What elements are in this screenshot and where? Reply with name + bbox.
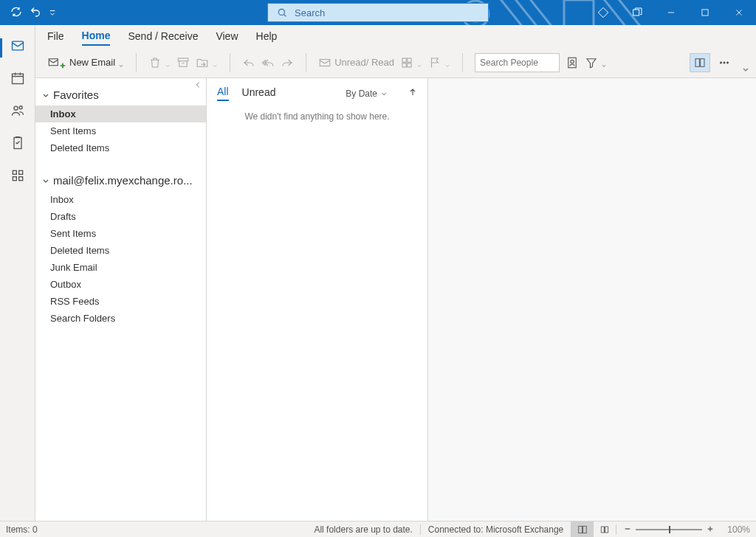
- status-view-buttons: [571, 522, 616, 538]
- svg-rect-12: [18, 170, 22, 174]
- ribbon: New Email Unread/ Rea: [0, 47, 756, 78]
- tab-send-receive[interactable]: Send / Receive: [128, 27, 198, 45]
- favorites-header[interactable]: Favorites: [35, 84, 206, 105]
- svg-rect-11: [13, 170, 16, 174]
- title-bar: [0, 0, 756, 25]
- filter-unread-tab[interactable]: Unread: [242, 86, 276, 100]
- folder-drafts[interactable]: Drafts: [35, 208, 206, 225]
- minimize-button[interactable]: [654, 0, 688, 25]
- status-sync: All folders are up to date.: [38, 524, 420, 535]
- folder-outbox[interactable]: Outbox: [35, 276, 206, 293]
- filter-button[interactable]: [585, 56, 607, 69]
- tab-file[interactable]: File: [47, 27, 64, 45]
- svg-point-27: [720, 61, 721, 63]
- svg-rect-30: [579, 526, 583, 533]
- svg-point-9: [19, 106, 22, 109]
- sort-by-button[interactable]: By Date: [346, 89, 388, 99]
- svg-point-28: [724, 61, 725, 63]
- layout-toggle: [690, 53, 710, 72]
- address-book-button[interactable]: [566, 56, 579, 69]
- view-normal-button[interactable]: [571, 522, 594, 538]
- sync-icon[interactable]: [10, 6, 22, 20]
- svg-rect-25: [695, 58, 699, 66]
- svg-rect-13: [13, 177, 16, 181]
- svg-rect-26: [701, 58, 704, 66]
- folder-search-folders[interactable]: Search Folders: [35, 310, 206, 327]
- maximize-button[interactable]: [688, 0, 722, 25]
- menu-tabs: File Home Send / Receive View Help: [0, 25, 756, 47]
- folder-inbox[interactable]: Inbox: [35, 191, 206, 208]
- reading-pane: [428, 78, 756, 521]
- chevron-down-icon[interactable]: [118, 60, 124, 66]
- folder-rss-feeds[interactable]: RSS Feeds: [35, 293, 206, 310]
- folder-sent-items[interactable]: Sent Items: [35, 225, 206, 242]
- svg-rect-4: [633, 10, 639, 15]
- undo-icon[interactable]: [30, 6, 41, 20]
- svg-rect-6: [12, 41, 23, 50]
- account-header[interactable]: mail@felix.myexchange.ro...: [35, 170, 206, 191]
- zoom-slider[interactable]: [636, 529, 702, 530]
- nav-people[interactable]: [0, 103, 35, 118]
- svg-rect-18: [320, 59, 330, 66]
- nav-more[interactable]: [0, 168, 35, 183]
- sort-by-label: By Date: [346, 89, 377, 99]
- tab-help[interactable]: Help: [256, 27, 278, 45]
- zoom-in-button[interactable]: [707, 524, 714, 535]
- svg-rect-20: [408, 58, 411, 62]
- nav-tasks[interactable]: [0, 136, 35, 150]
- svg-rect-14: [18, 177, 22, 181]
- folder-deleted-items[interactable]: Deleted Items: [35, 242, 206, 259]
- coming-soon-icon[interactable]: [586, 0, 620, 25]
- archive-button[interactable]: [176, 56, 190, 69]
- reply-all-button[interactable]: [261, 56, 275, 69]
- collapse-ribbon-icon[interactable]: [741, 65, 750, 76]
- status-item-count: Items: 0: [0, 524, 38, 535]
- nav-mail[interactable]: [0, 38, 35, 53]
- tab-home[interactable]: Home: [82, 27, 111, 46]
- status-connection: Connected to: Microsoft Exchange: [420, 524, 571, 535]
- folder-favorites-inbox[interactable]: Inbox: [35, 105, 206, 122]
- more-commands-button[interactable]: [718, 56, 731, 69]
- flag-button[interactable]: [428, 56, 450, 69]
- zoom-out-button[interactable]: [624, 524, 631, 535]
- svg-point-3: [278, 9, 284, 15]
- categorize-button[interactable]: [400, 56, 422, 69]
- search-icon: [277, 7, 287, 18]
- chevron-down-icon: [41, 91, 50, 100]
- view-reading-button[interactable]: [594, 522, 616, 538]
- svg-rect-19: [402, 58, 406, 62]
- nav-calendar[interactable]: [0, 71, 35, 86]
- svg-rect-31: [583, 526, 587, 533]
- close-button[interactable]: [722, 0, 756, 25]
- reply-button[interactable]: [242, 56, 255, 69]
- svg-point-24: [571, 60, 574, 63]
- forward-button[interactable]: [281, 56, 294, 69]
- folder-favorites-deleted[interactable]: Deleted Items: [35, 139, 206, 156]
- search-box[interactable]: [267, 3, 489, 22]
- favorites-label: Favorites: [53, 89, 99, 101]
- new-email-button[interactable]: New Email: [47, 56, 124, 69]
- svg-rect-23: [568, 58, 577, 68]
- search-input[interactable]: [293, 7, 488, 19]
- filter-all-tab[interactable]: All: [217, 86, 229, 101]
- new-email-label: New Email: [69, 57, 115, 68]
- search-people-input[interactable]: [475, 53, 560, 72]
- folder-pane: Favorites Inbox Sent Items Deleted Items…: [35, 78, 207, 521]
- svg-rect-22: [408, 63, 411, 66]
- account-label: mail@felix.myexchange.ro...: [53, 174, 193, 187]
- zoom-percent[interactable]: 100%: [721, 524, 756, 535]
- svg-point-8: [14, 106, 18, 110]
- zoom-control: [616, 524, 721, 535]
- sort-direction-button[interactable]: [408, 88, 417, 99]
- unread-read-button[interactable]: Unread/ Read: [318, 56, 394, 69]
- folder-favorites-sent[interactable]: Sent Items: [35, 122, 206, 139]
- chevron-down-icon: [41, 176, 50, 185]
- folder-junk-email[interactable]: Junk Email: [35, 259, 206, 276]
- layout-compact-button[interactable]: [690, 54, 709, 72]
- window-mode-icon[interactable]: [620, 0, 654, 25]
- qat-customize-icon[interactable]: [49, 7, 56, 18]
- delete-button[interactable]: [148, 56, 171, 69]
- collapse-folder-pane-icon[interactable]: [194, 80, 202, 91]
- move-button[interactable]: [196, 56, 218, 69]
- tab-view[interactable]: View: [216, 27, 238, 45]
